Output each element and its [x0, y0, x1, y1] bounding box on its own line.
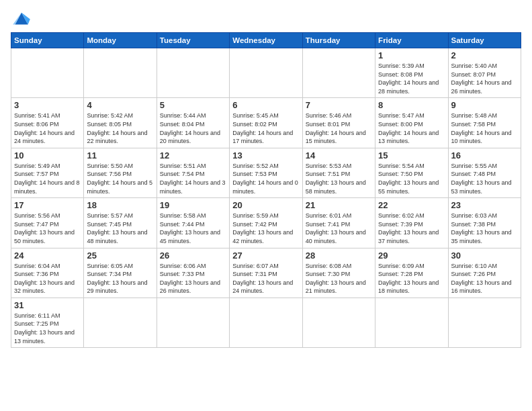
- calendar-cell: 15Sunrise: 5:54 AM Sunset: 7:50 PM Dayli…: [375, 148, 448, 197]
- calendar-cell: [230, 48, 302, 98]
- calendar-week-6: 31Sunrise: 6:11 AM Sunset: 7:25 PM Dayli…: [11, 298, 521, 347]
- day-number: 14: [306, 150, 372, 161]
- day-number: 11: [87, 150, 153, 161]
- calendar-cell: 29Sunrise: 6:09 AM Sunset: 7:28 PM Dayli…: [375, 248, 448, 298]
- calendar-week-5: 24Sunrise: 6:04 AM Sunset: 7:36 PM Dayli…: [11, 248, 521, 298]
- day-number: 27: [232, 250, 299, 261]
- day-info: Sunrise: 6:07 AM Sunset: 7:31 PM Dayligh…: [232, 262, 299, 295]
- day-number: 12: [160, 150, 226, 161]
- day-info: Sunrise: 5:42 AM Sunset: 8:05 PM Dayligh…: [87, 111, 153, 145]
- day-number: 9: [451, 100, 518, 110]
- calendar-cell: 28Sunrise: 6:08 AM Sunset: 7:30 PM Dayli…: [302, 248, 375, 298]
- day-number: 20: [232, 200, 299, 210]
- day-number: 22: [378, 200, 445, 210]
- day-number: 5: [160, 100, 226, 110]
- day-info: Sunrise: 6:01 AM Sunset: 7:41 PM Dayligh…: [306, 212, 372, 245]
- day-number: 15: [378, 150, 445, 161]
- calendar-cell: 6Sunrise: 5:45 AM Sunset: 8:02 PM Daylig…: [230, 98, 302, 148]
- calendar-cell: 11Sunrise: 5:50 AM Sunset: 7:56 PM Dayli…: [84, 148, 157, 197]
- calendar-cell: 14Sunrise: 5:53 AM Sunset: 7:51 PM Dayli…: [302, 148, 375, 197]
- calendar-cell: [448, 298, 521, 347]
- day-info: Sunrise: 5:51 AM Sunset: 7:54 PM Dayligh…: [160, 162, 226, 195]
- day-info: Sunrise: 6:02 AM Sunset: 7:39 PM Dayligh…: [378, 212, 445, 245]
- day-info: Sunrise: 5:54 AM Sunset: 7:50 PM Dayligh…: [378, 162, 445, 195]
- day-number: 10: [14, 150, 81, 161]
- day-number: 8: [378, 100, 445, 110]
- day-header-friday: Friday: [375, 33, 448, 48]
- calendar-cell: 21Sunrise: 6:01 AM Sunset: 7:41 PM Dayli…: [302, 198, 375, 248]
- day-info: Sunrise: 5:55 AM Sunset: 7:48 PM Dayligh…: [451, 162, 518, 195]
- day-info: Sunrise: 5:56 AM Sunset: 7:47 PM Dayligh…: [14, 212, 81, 245]
- calendar-cell: 30Sunrise: 6:10 AM Sunset: 7:26 PM Dayli…: [448, 248, 521, 298]
- day-info: Sunrise: 6:09 AM Sunset: 7:28 PM Dayligh…: [378, 262, 445, 295]
- calendar-week-3: 10Sunrise: 5:49 AM Sunset: 7:57 PM Dayli…: [11, 148, 521, 197]
- calendar-cell: 25Sunrise: 6:05 AM Sunset: 7:34 PM Dayli…: [84, 248, 157, 298]
- calendar-cell: 31Sunrise: 6:11 AM Sunset: 7:25 PM Dayli…: [11, 298, 84, 347]
- day-info: Sunrise: 5:48 AM Sunset: 7:58 PM Dayligh…: [451, 111, 518, 145]
- calendar-cell: 12Sunrise: 5:51 AM Sunset: 7:54 PM Dayli…: [157, 148, 229, 197]
- calendar-cell: 2Sunrise: 5:40 AM Sunset: 8:07 PM Daylig…: [448, 48, 521, 98]
- day-number: 28: [306, 250, 372, 261]
- calendar-cell: 19Sunrise: 5:58 AM Sunset: 7:44 PM Dayli…: [157, 198, 229, 248]
- header: [11, 8, 521, 27]
- day-header-sunday: Sunday: [11, 33, 84, 48]
- calendar-cell: [375, 298, 448, 347]
- logo: [11, 8, 35, 27]
- calendar-table: SundayMondayTuesdayWednesdayThursdayFrid…: [11, 32, 521, 348]
- calendar-cell: [11, 48, 84, 98]
- calendar-week-1: 1Sunrise: 5:39 AM Sunset: 8:08 PM Daylig…: [11, 48, 521, 98]
- day-info: Sunrise: 5:40 AM Sunset: 8:07 PM Dayligh…: [451, 62, 518, 95]
- day-number: 2: [451, 50, 518, 60]
- calendar-header-row: SundayMondayTuesdayWednesdayThursdayFrid…: [11, 33, 521, 48]
- day-info: Sunrise: 6:10 AM Sunset: 7:26 PM Dayligh…: [451, 262, 518, 295]
- calendar-cell: 5Sunrise: 5:44 AM Sunset: 8:04 PM Daylig…: [157, 98, 229, 148]
- day-number: 30: [451, 250, 518, 261]
- calendar-cell: 17Sunrise: 5:56 AM Sunset: 7:47 PM Dayli…: [11, 198, 84, 248]
- day-number: 6: [232, 100, 299, 110]
- calendar-cell: 10Sunrise: 5:49 AM Sunset: 7:57 PM Dayli…: [11, 148, 84, 197]
- day-info: Sunrise: 6:06 AM Sunset: 7:33 PM Dayligh…: [160, 262, 226, 295]
- day-info: Sunrise: 5:39 AM Sunset: 8:08 PM Dayligh…: [378, 62, 445, 95]
- day-info: Sunrise: 6:08 AM Sunset: 7:30 PM Dayligh…: [306, 262, 372, 295]
- calendar-cell: 9Sunrise: 5:48 AM Sunset: 7:58 PM Daylig…: [448, 98, 521, 148]
- day-info: Sunrise: 5:47 AM Sunset: 8:00 PM Dayligh…: [378, 111, 445, 145]
- day-header-monday: Monday: [84, 33, 157, 48]
- calendar-cell: [157, 48, 229, 98]
- calendar-cell: 24Sunrise: 6:04 AM Sunset: 7:36 PM Dayli…: [11, 248, 84, 298]
- day-number: 21: [306, 200, 372, 210]
- calendar-cell: [84, 298, 157, 347]
- day-info: Sunrise: 5:53 AM Sunset: 7:51 PM Dayligh…: [306, 162, 372, 195]
- day-number: 13: [232, 150, 299, 161]
- calendar-week-2: 3Sunrise: 5:41 AM Sunset: 8:06 PM Daylig…: [11, 98, 521, 148]
- day-info: Sunrise: 6:11 AM Sunset: 7:25 PM Dayligh…: [14, 312, 81, 345]
- calendar-cell: [230, 298, 302, 347]
- calendar-cell: [302, 298, 375, 347]
- calendar-cell: 23Sunrise: 6:03 AM Sunset: 7:38 PM Dayli…: [448, 198, 521, 248]
- calendar-cell: 20Sunrise: 5:59 AM Sunset: 7:42 PM Dayli…: [230, 198, 302, 248]
- day-number: 31: [14, 300, 81, 310]
- day-number: 16: [451, 150, 518, 161]
- calendar-cell: 27Sunrise: 6:07 AM Sunset: 7:31 PM Dayli…: [230, 248, 302, 298]
- day-number: 29: [378, 250, 445, 261]
- calendar-cell: 13Sunrise: 5:52 AM Sunset: 7:53 PM Dayli…: [230, 148, 302, 197]
- calendar-cell: 4Sunrise: 5:42 AM Sunset: 8:05 PM Daylig…: [84, 98, 157, 148]
- day-number: 1: [378, 50, 445, 60]
- day-info: Sunrise: 5:57 AM Sunset: 7:45 PM Dayligh…: [87, 212, 153, 245]
- day-number: 17: [14, 200, 81, 210]
- calendar-cell: 26Sunrise: 6:06 AM Sunset: 7:33 PM Dayli…: [157, 248, 229, 298]
- calendar-page: SundayMondayTuesdayWednesdayThursdayFrid…: [0, 0, 532, 411]
- day-number: 26: [160, 250, 226, 261]
- calendar-week-4: 17Sunrise: 5:56 AM Sunset: 7:47 PM Dayli…: [11, 198, 521, 248]
- day-info: Sunrise: 5:46 AM Sunset: 8:01 PM Dayligh…: [306, 111, 372, 145]
- day-number: 25: [87, 250, 153, 261]
- day-info: Sunrise: 5:44 AM Sunset: 8:04 PM Dayligh…: [160, 111, 226, 145]
- logo-icon: [11, 8, 32, 27]
- day-number: 23: [451, 200, 518, 210]
- calendar-cell: 7Sunrise: 5:46 AM Sunset: 8:01 PM Daylig…: [302, 98, 375, 148]
- day-number: 3: [14, 100, 81, 110]
- day-number: 24: [14, 250, 81, 261]
- day-info: Sunrise: 5:41 AM Sunset: 8:06 PM Dayligh…: [14, 111, 81, 145]
- day-info: Sunrise: 5:59 AM Sunset: 7:42 PM Dayligh…: [232, 212, 299, 245]
- day-header-saturday: Saturday: [448, 33, 521, 48]
- calendar-cell: 22Sunrise: 6:02 AM Sunset: 7:39 PM Dayli…: [375, 198, 448, 248]
